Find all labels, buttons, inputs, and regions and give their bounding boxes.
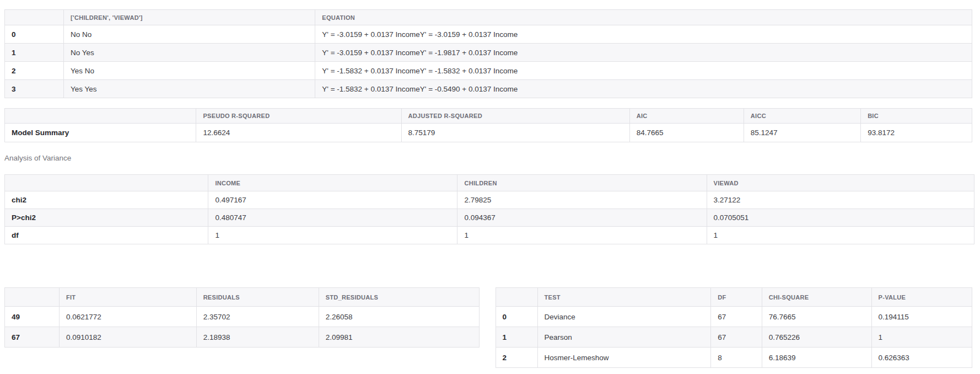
value-cell: 0.480747 (208, 209, 457, 227)
row-label-cell: df (5, 227, 208, 244)
value-cell: Deviance (537, 307, 711, 327)
value-cell: 84.7665 (629, 124, 744, 142)
row-label-cell: 3 (5, 80, 64, 98)
value-cell: 0.0621772 (59, 307, 196, 327)
column-header-cell (5, 175, 208, 191)
column-header-cell: BIC (861, 109, 972, 124)
table-row: 490.06217722.357022.26058 (5, 307, 480, 327)
value-cell: 67 (711, 327, 762, 348)
table-row: Model Summary12.66248.7517984.766585.124… (5, 124, 972, 142)
row-label-cell: 0 (496, 307, 537, 327)
column-header-cell: PSEUDO R-SQUARED (196, 109, 401, 124)
row-label-cell: 2 (496, 348, 537, 368)
table-row: 3Yes YesY' = -1.5832 + 0.0137 IncomeY' =… (5, 80, 972, 98)
stats-output-page: ['CHILDREN', 'VIEWAD']EQUATION0No NoY' =… (0, 0, 980, 374)
value-cell: 0.626363 (871, 348, 972, 368)
value-cell: No No (64, 25, 315, 44)
row-label-cell: 49 (5, 307, 60, 327)
value-cell: 76.7665 (762, 307, 871, 327)
value-cell: 2.26058 (319, 307, 479, 327)
column-header-cell (5, 288, 60, 307)
table-row: df111 (5, 227, 974, 244)
table-row: 2Hosmer-Lemeshow86.186390.626363 (496, 348, 972, 368)
gof-tests-table: TESTDFCHI-SQUAREP-VALUE0Deviance6776.766… (496, 287, 973, 368)
column-header-cell: RESIDUALS (196, 288, 319, 307)
column-header-cell: TEST (537, 288, 711, 307)
value-cell: 3.27122 (707, 191, 974, 209)
column-header-cell (5, 10, 64, 25)
value-cell: 93.8172 (861, 124, 972, 142)
value-cell: 12.6624 (196, 124, 401, 142)
equations-table: ['CHILDREN', 'VIEWAD']EQUATION0No NoY' =… (4, 9, 972, 98)
value-cell: 6.18639 (762, 348, 871, 368)
value-cell: 8 (711, 348, 762, 368)
header-row: TESTDFCHI-SQUAREP-VALUE (496, 288, 972, 307)
column-header-cell: P-VALUE (871, 288, 972, 307)
table-row: 2Yes NoY' = -1.5832 + 0.0137 IncomeY' = … (5, 62, 972, 80)
value-cell: No Yes (64, 44, 315, 62)
column-header-cell: ADJUSTED R-SQUARED (401, 109, 629, 124)
value-cell: 0.765226 (762, 327, 871, 348)
value-cell: Y' = -1.5832 + 0.0137 IncomeY' = -0.5490… (315, 80, 972, 98)
column-header-cell: EQUATION (315, 10, 972, 25)
value-cell: 0.0705051 (707, 209, 974, 227)
residuals-table: FITRESIDUALSSTD_RESIDUALS490.06217722.35… (4, 287, 480, 348)
value-cell: Y' = -3.0159 + 0.0137 IncomeY' = -3.0159… (315, 25, 972, 44)
row-label-cell: Model Summary (5, 124, 196, 142)
value-cell: Y' = -3.0159 + 0.0137 IncomeY' = -1.9817… (315, 44, 972, 62)
bottom-tables-row: FITRESIDUALSSTD_RESIDUALS490.06217722.35… (4, 287, 972, 368)
row-label-cell: 1 (496, 327, 537, 348)
value-cell: 1 (707, 227, 974, 244)
column-header-cell: STD_RESIDUALS (319, 288, 479, 307)
column-header-cell (496, 288, 537, 307)
row-label-cell: 1 (5, 44, 64, 62)
column-header-cell: FIT (59, 288, 196, 307)
column-header-cell: CHILDREN (457, 175, 707, 191)
value-cell: Pearson (537, 327, 711, 348)
value-cell: 8.75179 (401, 124, 629, 142)
column-header-cell: ['CHILDREN', 'VIEWAD'] (64, 10, 315, 25)
section-heading: Analysis of Variance (4, 154, 972, 162)
column-header-cell: AICC (744, 109, 860, 124)
value-cell: 85.1247 (744, 124, 860, 142)
row-label-cell: chi2 (5, 191, 208, 209)
value-cell: Yes No (64, 62, 315, 80)
value-cell: Y' = -1.5832 + 0.0137 IncomeY' = -1.5832… (315, 62, 972, 80)
value-cell: 1 (871, 327, 972, 348)
table-row: 1Pearson670.7652261 (496, 327, 972, 348)
column-header-cell: VIEWAD (707, 175, 974, 191)
column-header-cell: AIC (629, 109, 744, 124)
table-row: P>chi20.4807470.0943670.0705051 (5, 209, 974, 227)
value-cell: 0.0910182 (59, 327, 196, 348)
value-cell: Yes Yes (64, 80, 315, 98)
header-row: FITRESIDUALSSTD_RESIDUALS (5, 288, 480, 307)
value-cell: 2.79825 (457, 191, 707, 209)
model-summary-table: PSEUDO R-SQUAREDADJUSTED R-SQUAREDAICAIC… (4, 108, 972, 142)
value-cell: 1 (208, 227, 457, 244)
value-cell: 1 (457, 227, 707, 244)
column-header-cell: CHI-SQUARE (762, 288, 871, 307)
anova-table: INCOMECHILDRENVIEWADchi20.4971672.798253… (4, 174, 974, 244)
row-label-cell: P>chi2 (5, 209, 208, 227)
table-row: 0Deviance6776.76650.194115 (496, 307, 972, 327)
value-cell: 0.094367 (457, 209, 707, 227)
column-header-cell: INCOME (208, 175, 457, 191)
table-row: 0No NoY' = -3.0159 + 0.0137 IncomeY' = -… (5, 25, 972, 44)
column-header-cell: DF (711, 288, 762, 307)
value-cell: 2.35702 (196, 307, 319, 327)
row-label-cell: 0 (5, 25, 64, 44)
table-row: chi20.4971672.798253.27122 (5, 191, 974, 209)
table-row: 1No YesY' = -3.0159 + 0.0137 IncomeY' = … (5, 44, 972, 62)
value-cell: 2.09981 (319, 327, 479, 348)
header-row: INCOMECHILDRENVIEWAD (5, 175, 974, 191)
header-row: ['CHILDREN', 'VIEWAD']EQUATION (5, 10, 972, 25)
value-cell: 0.497167 (208, 191, 457, 209)
row-label-cell: 2 (5, 62, 64, 80)
column-header-cell (5, 109, 196, 124)
header-row: PSEUDO R-SQUAREDADJUSTED R-SQUAREDAICAIC… (5, 109, 972, 124)
table-row: 670.09101822.189382.09981 (5, 327, 480, 348)
value-cell: Hosmer-Lemeshow (537, 348, 711, 368)
value-cell: 67 (711, 307, 762, 327)
value-cell: 2.18938 (196, 327, 319, 348)
value-cell: 0.194115 (871, 307, 972, 327)
